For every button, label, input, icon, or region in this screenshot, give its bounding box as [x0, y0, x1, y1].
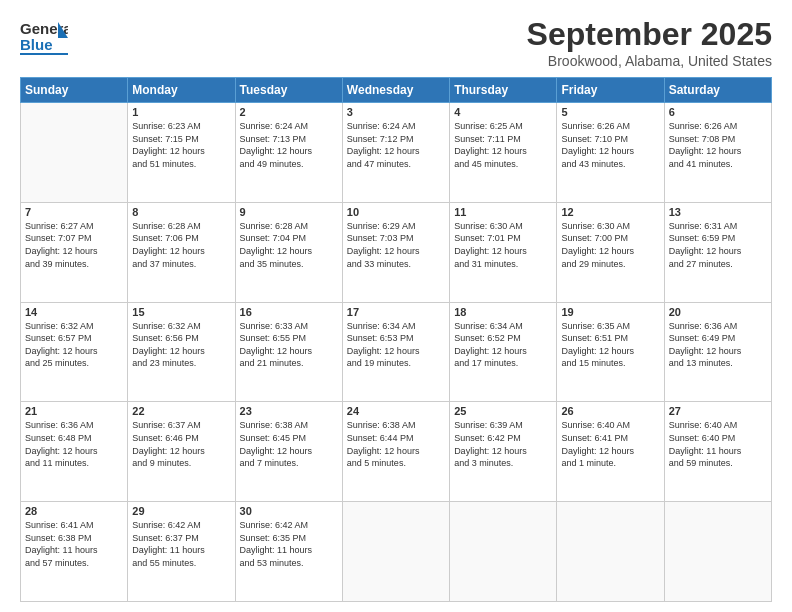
calendar-header: SundayMondayTuesdayWednesdayThursdayFrid… — [21, 78, 772, 103]
calendar-cell: 21Sunrise: 6:36 AM Sunset: 6:48 PM Dayli… — [21, 402, 128, 502]
weekday-row: SundayMondayTuesdayWednesdayThursdayFrid… — [21, 78, 772, 103]
calendar-cell — [557, 502, 664, 602]
calendar-cell: 2Sunrise: 6:24 AM Sunset: 7:13 PM Daylig… — [235, 103, 342, 203]
calendar-cell — [21, 103, 128, 203]
calendar-cell: 4Sunrise: 6:25 AM Sunset: 7:11 PM Daylig… — [450, 103, 557, 203]
day-info: Sunrise: 6:41 AM Sunset: 6:38 PM Dayligh… — [25, 519, 123, 569]
day-number: 11 — [454, 206, 552, 218]
day-number: 29 — [132, 505, 230, 517]
calendar-cell: 10Sunrise: 6:29 AM Sunset: 7:03 PM Dayli… — [342, 202, 449, 302]
day-number: 28 — [25, 505, 123, 517]
day-info: Sunrise: 6:40 AM Sunset: 6:40 PM Dayligh… — [669, 419, 767, 469]
calendar-cell: 13Sunrise: 6:31 AM Sunset: 6:59 PM Dayli… — [664, 202, 771, 302]
day-info: Sunrise: 6:26 AM Sunset: 7:10 PM Dayligh… — [561, 120, 659, 170]
day-info: Sunrise: 6:40 AM Sunset: 6:41 PM Dayligh… — [561, 419, 659, 469]
calendar-cell: 25Sunrise: 6:39 AM Sunset: 6:42 PM Dayli… — [450, 402, 557, 502]
day-info: Sunrise: 6:24 AM Sunset: 7:12 PM Dayligh… — [347, 120, 445, 170]
day-number: 19 — [561, 306, 659, 318]
day-info: Sunrise: 6:24 AM Sunset: 7:13 PM Dayligh… — [240, 120, 338, 170]
calendar-cell: 29Sunrise: 6:42 AM Sunset: 6:37 PM Dayli… — [128, 502, 235, 602]
day-number: 21 — [25, 405, 123, 417]
day-number: 24 — [347, 405, 445, 417]
weekday-header: Saturday — [664, 78, 771, 103]
day-number: 7 — [25, 206, 123, 218]
day-number: 3 — [347, 106, 445, 118]
day-info: Sunrise: 6:28 AM Sunset: 7:04 PM Dayligh… — [240, 220, 338, 270]
day-number: 1 — [132, 106, 230, 118]
day-info: Sunrise: 6:34 AM Sunset: 6:53 PM Dayligh… — [347, 320, 445, 370]
calendar-cell: 22Sunrise: 6:37 AM Sunset: 6:46 PM Dayli… — [128, 402, 235, 502]
calendar-cell: 18Sunrise: 6:34 AM Sunset: 6:52 PM Dayli… — [450, 302, 557, 402]
day-info: Sunrise: 6:36 AM Sunset: 6:48 PM Dayligh… — [25, 419, 123, 469]
day-info: Sunrise: 6:27 AM Sunset: 7:07 PM Dayligh… — [25, 220, 123, 270]
day-number: 6 — [669, 106, 767, 118]
day-info: Sunrise: 6:23 AM Sunset: 7:15 PM Dayligh… — [132, 120, 230, 170]
calendar-cell: 26Sunrise: 6:40 AM Sunset: 6:41 PM Dayli… — [557, 402, 664, 502]
month-title: September 2025 — [527, 16, 772, 53]
day-number: 22 — [132, 405, 230, 417]
day-info: Sunrise: 6:34 AM Sunset: 6:52 PM Dayligh… — [454, 320, 552, 370]
day-number: 5 — [561, 106, 659, 118]
day-info: Sunrise: 6:42 AM Sunset: 6:35 PM Dayligh… — [240, 519, 338, 569]
calendar-cell: 11Sunrise: 6:30 AM Sunset: 7:01 PM Dayli… — [450, 202, 557, 302]
calendar-cell: 14Sunrise: 6:32 AM Sunset: 6:57 PM Dayli… — [21, 302, 128, 402]
svg-text:Blue: Blue — [20, 36, 53, 53]
weekday-header: Monday — [128, 78, 235, 103]
calendar-cell — [342, 502, 449, 602]
calendar-week-row: 14Sunrise: 6:32 AM Sunset: 6:57 PM Dayli… — [21, 302, 772, 402]
day-number: 20 — [669, 306, 767, 318]
calendar-cell: 7Sunrise: 6:27 AM Sunset: 7:07 PM Daylig… — [21, 202, 128, 302]
calendar-cell: 3Sunrise: 6:24 AM Sunset: 7:12 PM Daylig… — [342, 103, 449, 203]
logo-icon: General Blue — [20, 16, 68, 60]
calendar-cell: 30Sunrise: 6:42 AM Sunset: 6:35 PM Dayli… — [235, 502, 342, 602]
calendar-cell: 5Sunrise: 6:26 AM Sunset: 7:10 PM Daylig… — [557, 103, 664, 203]
day-number: 10 — [347, 206, 445, 218]
calendar-week-row: 7Sunrise: 6:27 AM Sunset: 7:07 PM Daylig… — [21, 202, 772, 302]
calendar-cell: 20Sunrise: 6:36 AM Sunset: 6:49 PM Dayli… — [664, 302, 771, 402]
weekday-header: Thursday — [450, 78, 557, 103]
day-info: Sunrise: 6:38 AM Sunset: 6:45 PM Dayligh… — [240, 419, 338, 469]
header: General Blue September 2025 Brookwood, A… — [20, 16, 772, 69]
calendar-cell: 12Sunrise: 6:30 AM Sunset: 7:00 PM Dayli… — [557, 202, 664, 302]
day-number: 25 — [454, 405, 552, 417]
day-info: Sunrise: 6:30 AM Sunset: 7:01 PM Dayligh… — [454, 220, 552, 270]
calendar-table: SundayMondayTuesdayWednesdayThursdayFrid… — [20, 77, 772, 602]
day-info: Sunrise: 6:33 AM Sunset: 6:55 PM Dayligh… — [240, 320, 338, 370]
day-number: 4 — [454, 106, 552, 118]
day-number: 18 — [454, 306, 552, 318]
day-info: Sunrise: 6:32 AM Sunset: 6:56 PM Dayligh… — [132, 320, 230, 370]
day-info: Sunrise: 6:39 AM Sunset: 6:42 PM Dayligh… — [454, 419, 552, 469]
day-number: 30 — [240, 505, 338, 517]
calendar-week-row: 28Sunrise: 6:41 AM Sunset: 6:38 PM Dayli… — [21, 502, 772, 602]
day-info: Sunrise: 6:26 AM Sunset: 7:08 PM Dayligh… — [669, 120, 767, 170]
location-subtitle: Brookwood, Alabama, United States — [527, 53, 772, 69]
day-number: 12 — [561, 206, 659, 218]
calendar-cell: 15Sunrise: 6:32 AM Sunset: 6:56 PM Dayli… — [128, 302, 235, 402]
calendar-cell: 8Sunrise: 6:28 AM Sunset: 7:06 PM Daylig… — [128, 202, 235, 302]
weekday-header: Friday — [557, 78, 664, 103]
day-number: 15 — [132, 306, 230, 318]
logo: General Blue — [20, 16, 68, 60]
day-number: 8 — [132, 206, 230, 218]
day-info: Sunrise: 6:35 AM Sunset: 6:51 PM Dayligh… — [561, 320, 659, 370]
day-number: 16 — [240, 306, 338, 318]
calendar-week-row: 1Sunrise: 6:23 AM Sunset: 7:15 PM Daylig… — [21, 103, 772, 203]
day-info: Sunrise: 6:37 AM Sunset: 6:46 PM Dayligh… — [132, 419, 230, 469]
day-info: Sunrise: 6:36 AM Sunset: 6:49 PM Dayligh… — [669, 320, 767, 370]
calendar-cell: 17Sunrise: 6:34 AM Sunset: 6:53 PM Dayli… — [342, 302, 449, 402]
calendar-cell: 24Sunrise: 6:38 AM Sunset: 6:44 PM Dayli… — [342, 402, 449, 502]
calendar-body: 1Sunrise: 6:23 AM Sunset: 7:15 PM Daylig… — [21, 103, 772, 602]
day-number: 26 — [561, 405, 659, 417]
calendar-cell — [450, 502, 557, 602]
day-info: Sunrise: 6:28 AM Sunset: 7:06 PM Dayligh… — [132, 220, 230, 270]
day-number: 27 — [669, 405, 767, 417]
calendar-cell: 1Sunrise: 6:23 AM Sunset: 7:15 PM Daylig… — [128, 103, 235, 203]
day-info: Sunrise: 6:29 AM Sunset: 7:03 PM Dayligh… — [347, 220, 445, 270]
day-info: Sunrise: 6:32 AM Sunset: 6:57 PM Dayligh… — [25, 320, 123, 370]
day-info: Sunrise: 6:30 AM Sunset: 7:00 PM Dayligh… — [561, 220, 659, 270]
day-number: 13 — [669, 206, 767, 218]
day-info: Sunrise: 6:25 AM Sunset: 7:11 PM Dayligh… — [454, 120, 552, 170]
calendar-cell: 16Sunrise: 6:33 AM Sunset: 6:55 PM Dayli… — [235, 302, 342, 402]
day-number: 23 — [240, 405, 338, 417]
calendar-cell: 28Sunrise: 6:41 AM Sunset: 6:38 PM Dayli… — [21, 502, 128, 602]
